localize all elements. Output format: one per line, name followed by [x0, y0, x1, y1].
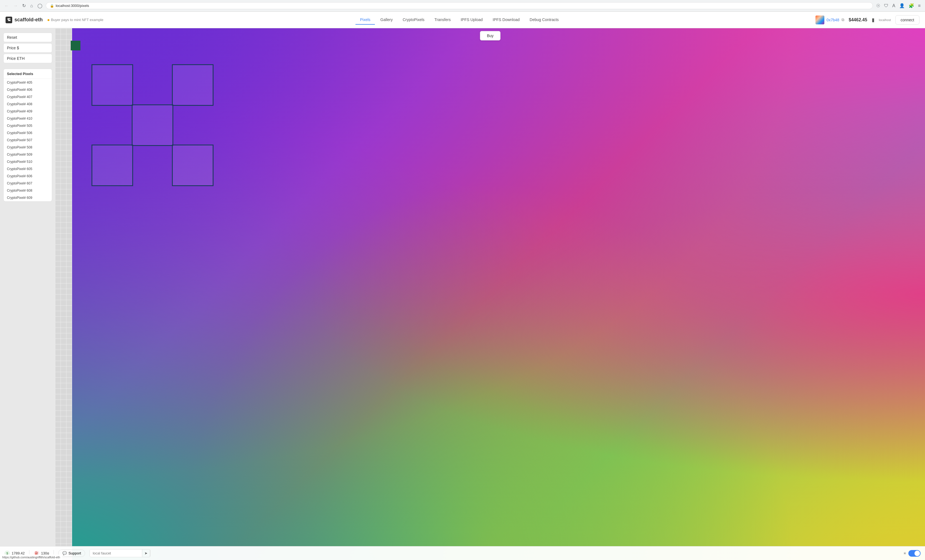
logo-icon: 🏗 [6, 17, 12, 23]
list-item[interactable]: CryptoPixel# 510 [4, 158, 52, 165]
faucet-copy-button[interactable]: ▮ [150, 549, 151, 557]
list-item[interactable]: CryptoPixel# 606 [4, 173, 52, 180]
wallet-avatar [815, 15, 824, 24]
github-link[interactable]: https://github.com/austingriffith/scaffo… [0, 554, 62, 560]
faucet-input[interactable] [90, 549, 142, 557]
sidebar: Reset Price $ Price ETH Selected Pixels … [0, 28, 56, 560]
pixel-box-bottom-right[interactable] [172, 144, 214, 186]
list-item[interactable]: CryptoPixel# 609 [4, 194, 52, 201]
scaffold-background-right [56, 28, 72, 560]
profile-icon[interactable]: 👤 [898, 2, 906, 9]
bookmark-button[interactable]: ◯ [36, 2, 44, 9]
list-item[interactable]: CryptoPixel# 605 [4, 165, 52, 173]
pixel-gradient[interactable]: Buy [56, 28, 925, 560]
list-item[interactable]: CryptoPixel# 405 [4, 79, 52, 86]
pixel-box-top-right[interactable] [172, 64, 214, 106]
browser-chrome: ← → ↻ ⌂ ◯ 🔒 localhost:3000/pixels ☉ 🛡 A … [0, 0, 925, 12]
sun-icon: ☀ [903, 551, 907, 555]
tab-cryptopixels[interactable]: CryptoPixels [398, 15, 429, 25]
pixel-indicator [71, 41, 80, 50]
tab-transfers[interactable]: Transfers [430, 15, 455, 25]
list-item[interactable]: CryptoPixel# 509 [4, 151, 52, 158]
puzzle-icon[interactable]: 🧩 [907, 2, 915, 9]
pixel-box-bottom-left[interactable] [92, 144, 133, 186]
dark-mode-toggle[interactable] [908, 550, 920, 557]
wallet-icon[interactable]: ▮ [872, 17, 875, 23]
list-item[interactable]: CryptoPixel# 408 [4, 101, 52, 108]
toggle-container: ☀ [903, 550, 920, 557]
tab-debug-contracts[interactable]: Debug Contracts [525, 15, 563, 25]
main-nav: Pixels Gallery CryptoPixels Transfers IP… [104, 15, 815, 25]
browser-icons-right: ☉ 🛡 A 👤 🧩 ≡ [875, 2, 922, 9]
home-button[interactable]: ⌂ [29, 2, 34, 9]
subtitle-text: Buyer pays to mint NFT example [51, 18, 104, 22]
list-item[interactable]: CryptoPixel# 505 [4, 122, 52, 129]
app-name: scaffold-eth [14, 17, 43, 23]
app-logo: 🏗 scaffold-eth [6, 17, 43, 23]
list-item[interactable]: CryptoPixel# 410 [4, 115, 52, 122]
connect-button[interactable]: connect [895, 15, 919, 25]
reset-button[interactable]: Reset [3, 33, 52, 42]
pixel-box-center[interactable] [132, 104, 173, 146]
balance-display: $4462.45 [849, 18, 867, 23]
copy-icon[interactable]: ⧉ [842, 18, 844, 22]
pixel-list[interactable]: Selected Pixels CryptoPixel# 405 CryptoP… [3, 69, 52, 202]
wallet-info: 0x7b48 ⧉ [815, 15, 844, 24]
tab-pixels[interactable]: Pixels [356, 15, 375, 25]
list-item[interactable]: CryptoPixel# 508 [4, 144, 52, 151]
extensions-icon[interactable]: ≡ [917, 2, 922, 9]
list-item[interactable]: CryptoPixel# 406 [4, 86, 52, 93]
header-right: 0x7b48 ⧉ $4462.45 ▮ localhost connect [815, 15, 919, 25]
list-item[interactable]: CryptoPixel# 607 [4, 180, 52, 187]
refresh-button[interactable]: ↻ [21, 2, 27, 9]
network-label: localhost [879, 18, 891, 22]
pixel-box-top-left[interactable] [92, 64, 133, 106]
list-item[interactable]: CryptoPixel# 507 [4, 137, 52, 144]
list-item[interactable]: CryptoPixel# 506 [4, 129, 52, 137]
toggle-knob [914, 551, 920, 556]
support-label: Support [68, 551, 81, 555]
bottom-bar: $ 1789.42 ⛽ 130g 💬 Support ➤ ▮ [0, 546, 925, 560]
buy-button-container: Buy [480, 31, 500, 41]
main-layout: Reset Price $ Price ETH Selected Pixels … [0, 28, 925, 560]
tab-ipfs-download[interactable]: IPFS Download [488, 15, 524, 25]
sidebar-buttons: Reset Price $ Price ETH [3, 33, 52, 63]
tab-gallery[interactable]: Gallery [376, 15, 397, 25]
canvas-area[interactable]: Buy [56, 28, 925, 560]
tab-ipfs-upload[interactable]: IPFS Upload [456, 15, 487, 25]
shield2-icon[interactable]: 🛡 [883, 2, 889, 9]
wallet-address[interactable]: 0x7b48 [827, 18, 839, 22]
list-item[interactable]: CryptoPixel# 610 [4, 201, 52, 202]
app-header: 🏗 scaffold-eth ● Buyer pays to mint NFT … [0, 12, 925, 28]
buy-button[interactable]: Buy [480, 31, 500, 41]
faucet-send-button[interactable]: ➤ [142, 549, 150, 557]
shield-icon[interactable]: ☉ [875, 2, 881, 9]
price-eth-button[interactable]: Price ETH [3, 54, 52, 63]
list-item[interactable]: CryptoPixel# 409 [4, 108, 52, 115]
chat-icon: 💬 [62, 551, 67, 555]
pixel-list-header: Selected Pixels [4, 69, 52, 79]
translate-icon[interactable]: A [891, 2, 896, 9]
app-subtitle: ● Buyer pays to mint NFT example [47, 18, 104, 23]
faucet-container: ➤ ▮ [90, 549, 151, 557]
back-button[interactable]: ← [3, 2, 10, 9]
wallet-network: localhost [879, 18, 891, 22]
subtitle-dot: ● [47, 18, 50, 23]
list-item[interactable]: CryptoPixel# 407 [4, 93, 52, 101]
list-item[interactable]: CryptoPixel# 608 [4, 187, 52, 194]
forward-button[interactable]: → [12, 2, 19, 9]
lock-icon: 🔒 [50, 4, 54, 8]
url-text: localhost:3000/pixels [56, 4, 89, 8]
address-bar[interactable]: 🔒 localhost:3000/pixels [46, 2, 873, 9]
price-usd-button[interactable]: Price $ [3, 43, 52, 53]
